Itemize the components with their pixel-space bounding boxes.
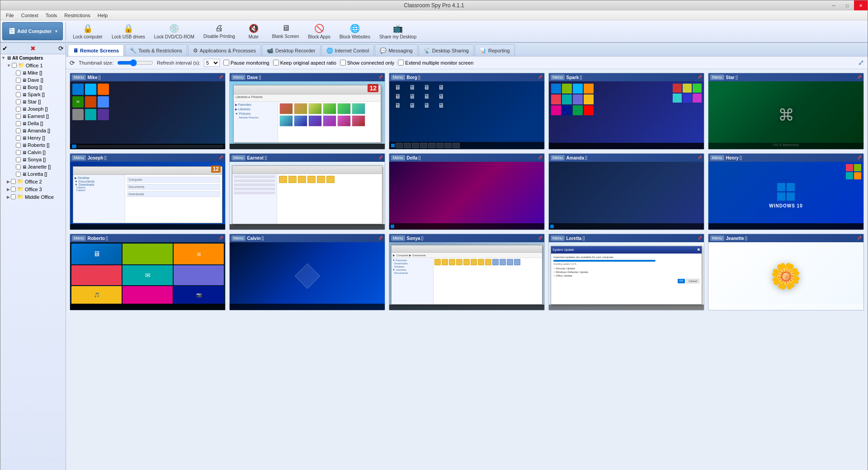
- thumbnail-size-slider[interactable]: [117, 60, 153, 66]
- tab-messaging[interactable]: 💬 Messaging: [375, 44, 417, 56]
- checkbox-joseph[interactable]: [16, 107, 21, 112]
- sidebar-refresh-icon[interactable]: ⟳: [58, 45, 64, 52]
- add-computer-button[interactable]: 🖥 Add Computer ▼: [2, 22, 63, 40]
- thumbnail-earnest[interactable]: Menu Earnest [] 📌: [229, 153, 385, 230]
- thumbnail-loretta[interactable]: Menu Loretta [] 📌 System Update ✖ Import…: [548, 234, 704, 310]
- thumbnail-menu-sonya[interactable]: Menu: [391, 235, 405, 241]
- sidebar-group-middle-office[interactable]: ▶ 📁 Middle Office: [5, 193, 66, 201]
- thumbnail-menu-dave[interactable]: Menu: [231, 75, 245, 80]
- thumbnail-sonya[interactable]: Menu Sonya [] 📌 ▶Computer▶Downloads ▼ Fa…: [389, 234, 545, 310]
- sidebar-item-henry[interactable]: 🖥 Henry []: [14, 134, 66, 141]
- checkbox-loretta[interactable]: [16, 172, 21, 177]
- checkbox-spark[interactable]: [16, 92, 21, 97]
- sidebar-group-office1[interactable]: ▼ 📁 Office 1: [5, 61, 66, 69]
- thumbnail-menu-spark[interactable]: Menu: [551, 75, 565, 80]
- pause-monitoring-checkbox-label[interactable]: Pause monitoring: [223, 60, 269, 66]
- checkbox-mike[interactable]: [16, 70, 21, 75]
- thumbnail-spark[interactable]: Menu Spark [] 📌: [548, 73, 704, 150]
- sidebar-close-icon[interactable]: ✖: [30, 45, 36, 52]
- thumbnail-jeanette[interactable]: Menu Jeanette [] 📌 🌼: [708, 234, 864, 310]
- add-computer-dropdown-arrow[interactable]: ▼: [54, 29, 58, 33]
- expand-button[interactable]: ⤢: [858, 58, 864, 67]
- disable-printing-button[interactable]: 🖨 Disable Printing: [199, 21, 239, 41]
- sidebar-item-joseph[interactable]: 🖥 Joseph []: [14, 105, 66, 113]
- thumbnail-menu-earnest[interactable]: Menu: [231, 155, 245, 160]
- menu-tools[interactable]: Tools: [42, 12, 61, 19]
- sidebar-group-office2[interactable]: ▶ 📁 Office 2: [5, 178, 66, 185]
- restore-button[interactable]: □: [840, 0, 854, 10]
- tab-desktop-sharing[interactable]: 📡 Desktop Sharing: [419, 44, 474, 56]
- checkbox-amanda[interactable]: [16, 128, 21, 133]
- checkbox-jeanette[interactable]: [16, 164, 21, 169]
- sidebar-item-borg[interactable]: 🖥 Borg []: [14, 84, 66, 91]
- sidebar-item-della[interactable]: 🖥 Della []: [14, 120, 66, 127]
- sidebar-item-spark[interactable]: 🖥 Spark []: [14, 91, 66, 98]
- thumbnail-menu-henry[interactable]: Menu: [710, 155, 724, 160]
- tab-desktop-recorder[interactable]: 📹 Desktop Recorder: [262, 44, 321, 56]
- thumbnail-joseph[interactable]: Menu Joseph [] 📌 ▶ Desktop ▼ Documents ▼…: [70, 153, 226, 230]
- refresh-interval-select[interactable]: 5 1 2 3 10 15 30: [204, 59, 220, 67]
- thumbnail-menu-roberto[interactable]: Menu: [72, 235, 86, 241]
- close-button[interactable]: ✕: [854, 0, 868, 10]
- thumbnail-della[interactable]: Menu Della [] 📌: [389, 153, 545, 230]
- tab-tools-restrictions[interactable]: 🔧 Tools & Restrictions: [125, 44, 187, 56]
- thumbnail-menu-amanda[interactable]: Menu: [551, 155, 565, 160]
- thumbnail-dave[interactable]: Menu Dave [] 📌 Libraries ▸ Pictures ▶ Fa…: [229, 73, 385, 150]
- keep-aspect-checkbox-label[interactable]: Keep original aspect ratio: [273, 60, 336, 66]
- checkbox-sonya[interactable]: [16, 157, 21, 162]
- thumbnail-calvin[interactable]: Menu Calvin [] 📌: [229, 234, 385, 310]
- sidebar-item-sonya[interactable]: 🖥 Sonya []: [14, 156, 66, 163]
- sidebar-item-loretta[interactable]: 🖥 Loretta []: [14, 170, 66, 178]
- thumbnail-menu-loretta[interactable]: Menu: [551, 235, 565, 241]
- checkbox-calvin[interactable]: [16, 150, 21, 155]
- thumbnail-borg[interactable]: Menu Borg [] 📌 🖥🖥🖥🖥🖥🖥🖥🖥🖥🖥🖥🖥: [389, 73, 545, 150]
- sidebar-item-jeanette[interactable]: 🖥 Jeanette []: [14, 163, 66, 170]
- thumbnail-menu-star[interactable]: Menu: [710, 75, 724, 80]
- menu-restrictions[interactable]: Restrictions: [61, 12, 94, 19]
- checkbox-henry[interactable]: [16, 136, 21, 141]
- checkbox-roberto[interactable]: [16, 143, 21, 148]
- sidebar-item-calvin[interactable]: 🖥 Calvin []: [14, 149, 66, 156]
- middle-office-checkbox[interactable]: [11, 194, 16, 199]
- checkbox-della[interactable]: [16, 121, 21, 126]
- sidebar-item-star[interactable]: 🖥 Star []: [14, 98, 66, 105]
- thumbnail-henry[interactable]: Menu Henry [] 📌 WINDOWS 10: [708, 153, 864, 230]
- keep-aspect-checkbox[interactable]: [273, 60, 279, 66]
- show-connected-checkbox[interactable]: [340, 60, 346, 66]
- extend-monitor-checkbox-label[interactable]: Extend multiple monitor screen: [398, 60, 473, 66]
- minimize-button[interactable]: ─: [827, 0, 840, 10]
- pause-monitoring-checkbox[interactable]: [223, 60, 229, 66]
- menu-help[interactable]: Help: [94, 12, 112, 19]
- sidebar-add-icon[interactable]: ✔: [2, 45, 8, 52]
- tree-root[interactable]: ▼ 🖥 All Computers: [0, 54, 66, 61]
- checkbox-dave[interactable]: [16, 78, 21, 83]
- menu-file[interactable]: File: [2, 12, 18, 19]
- sidebar-item-roberto[interactable]: 🖥 Roberto []: [14, 141, 66, 149]
- thumbnail-menu-calvin[interactable]: Menu: [231, 235, 245, 241]
- blank-screen-button[interactable]: 🖥 Blank Screen: [268, 21, 303, 41]
- lock-computer-button[interactable]: 🔒 Lock computer: [69, 21, 107, 41]
- checkbox-earnest[interactable]: [16, 114, 21, 119]
- office1-checkbox[interactable]: [12, 63, 17, 68]
- tab-reporting[interactable]: 📊 Reporting: [475, 44, 515, 56]
- lock-dvd-button[interactable]: 💿 Lock DVD/CD-ROM: [150, 21, 198, 41]
- block-websites-button[interactable]: 🌐 Block Websites: [335, 21, 374, 41]
- block-apps-button[interactable]: 🚫 Block Apps: [304, 21, 334, 41]
- show-connected-checkbox-label[interactable]: Show connected only: [340, 60, 395, 66]
- tab-remote-screens[interactable]: 🖥 Remote Screens: [68, 44, 124, 56]
- sidebar-item-mike[interactable]: 🖥 Mike []: [14, 69, 66, 76]
- sidebar-group-office3[interactable]: ▶ 📁 Office 3: [5, 185, 66, 193]
- checkbox-star[interactable]: [16, 99, 21, 104]
- sidebar-item-amanda[interactable]: 🖥 Amanda []: [14, 127, 66, 134]
- tab-internet-control[interactable]: 🌐 Internet Control: [321, 44, 374, 56]
- refresh-icon-btn[interactable]: ⟳: [70, 59, 75, 66]
- thumbnail-menu-borg[interactable]: Menu: [391, 75, 405, 80]
- thumbnail-mike[interactable]: Menu Mike [] 📌 ✉: [70, 73, 226, 150]
- thumbnail-menu-mike[interactable]: Menu: [72, 75, 86, 80]
- extend-monitor-checkbox[interactable]: [398, 60, 404, 66]
- checkbox-borg[interactable]: [16, 85, 21, 90]
- office2-checkbox[interactable]: [11, 179, 16, 184]
- mute-button[interactable]: 🔇 Mute: [240, 21, 267, 41]
- thumbnail-menu-jeanette[interactable]: Menu: [710, 235, 724, 241]
- sidebar-item-earnest[interactable]: 🖥 Earnest []: [14, 113, 66, 120]
